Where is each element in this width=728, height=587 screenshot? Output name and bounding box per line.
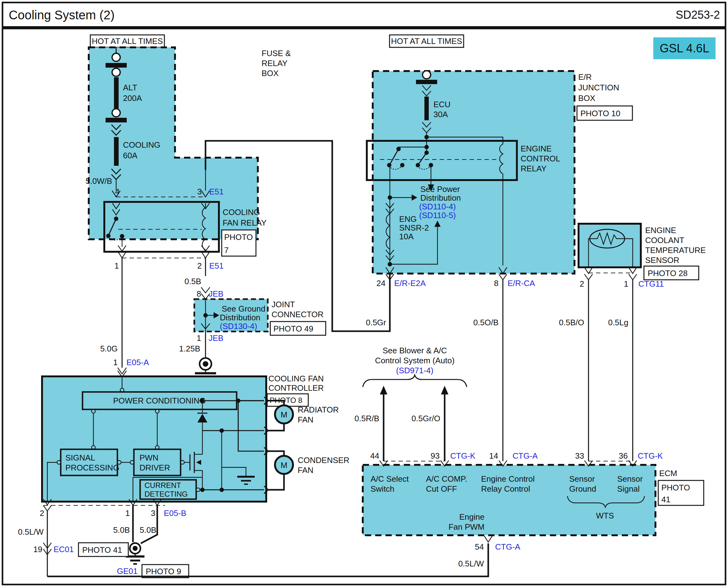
- pin-2: 2: [197, 261, 202, 271]
- engine-relay-label-1: ENGINE: [520, 144, 552, 153]
- blower-ref-1: See Blower & A/C: [383, 346, 447, 355]
- ecm-label: ECM: [659, 469, 677, 478]
- terminal-circle: [112, 68, 120, 76]
- photo10-label: PHOTO 10: [580, 109, 620, 118]
- pin-93: 93: [431, 451, 440, 461]
- alt-fuse-rating: 200A: [123, 93, 142, 103]
- pin-14: 14: [489, 451, 498, 461]
- joint-see-ground: See Ground: [222, 304, 265, 313]
- connector-er-e2a[interactable]: E/R-E2A: [394, 279, 426, 288]
- pin-1-e05b: 1: [125, 509, 130, 518]
- connector-e51-bottom[interactable]: E51: [209, 261, 223, 271]
- connector-e05b[interactable]: E05-B: [164, 509, 186, 518]
- connector-jeb-bottom[interactable]: JEB: [209, 333, 223, 343]
- sensor-outline: [579, 224, 641, 267]
- pin-19: 19: [33, 545, 42, 554]
- pin-24: 24: [377, 279, 386, 288]
- ecm-relay-control-2: Relay Control: [481, 484, 530, 494]
- er-label-1: E/R: [578, 72, 591, 81]
- pin-1-e05a: 1: [113, 358, 118, 367]
- title-divider: [2, 26, 726, 29]
- hot-at-all-times-left: HOT AT ALL TIMES: [90, 35, 164, 47]
- pin-1-jeb: 1: [197, 333, 201, 343]
- wire-5.0b-1: 5.0B: [113, 525, 130, 535]
- eng-fuse-3: 10A: [399, 232, 414, 241]
- engine-fan-pwm-2: Fan PWM: [448, 522, 485, 532]
- pin-2-ctg11: 2: [580, 279, 584, 288]
- ecm-relay-control-1: Engine Control: [481, 474, 535, 484]
- terminal-circle: [112, 109, 120, 117]
- wire-5.0b-2: 5.0B: [140, 525, 156, 535]
- fuse-relay-box-label-2: RELAY: [262, 58, 287, 68]
- condenser-fan-label-2: FAN: [298, 466, 314, 475]
- wire-0.5ob-label: 0.5O/B: [473, 318, 499, 327]
- current-label-2: DETECTING: [144, 490, 188, 498]
- hot-label: HOT AT ALL TIMES: [92, 37, 163, 46]
- photo7-number: 7: [224, 245, 228, 255]
- ecm-ac-select-1: A/C Select: [370, 474, 409, 484]
- signal-label-2: PROCESSING: [65, 463, 119, 472]
- pin-33: 33: [575, 451, 584, 461]
- wire-0.5lg-label: 0.5Lg: [608, 318, 628, 327]
- sensor-label-3: TEMPERATURE: [645, 245, 706, 255]
- photo41-label-ecm-2: 41: [661, 495, 671, 504]
- badge-label: GSL 4.6L: [659, 42, 709, 55]
- see-power-1: See Power: [420, 184, 460, 194]
- see-power-2: Distribution: [420, 193, 461, 203]
- ecm-ac-comp-1: A/C COMP.: [426, 474, 467, 484]
- pin-44: 44: [370, 451, 379, 461]
- cooling-fuse-name: COOLING: [123, 140, 160, 149]
- engine-badge: GSL 4.6L: [653, 38, 715, 59]
- connector-er-ca[interactable]: E/R-CA: [508, 279, 535, 288]
- pin-3: 3: [197, 187, 202, 196]
- eng-fuse-2: SNSR-2: [399, 223, 429, 232]
- connector-ctgk-93[interactable]: CTG-K: [450, 451, 476, 461]
- ref-sd110-4[interactable]: (SD110-4): [419, 202, 456, 211]
- connector-ec01[interactable]: EC01: [53, 545, 74, 554]
- ecu-fuse-rating: 30A: [433, 110, 448, 119]
- photo49-label: PHOTO 49: [273, 324, 313, 333]
- connector-e51-top[interactable]: E51: [209, 187, 223, 196]
- connector-ctga-14[interactable]: CTG-A: [512, 451, 538, 461]
- connector-jeb-top[interactable]: JEB: [209, 289, 223, 299]
- terminal-circle: [112, 53, 120, 62]
- wire-0.5b: 0.5B: [185, 277, 201, 286]
- wts-label: WTS: [596, 511, 614, 520]
- wire-0.5rb-label: 0.5R/B: [355, 414, 380, 423]
- alt-fuse-name: ALT: [123, 83, 137, 92]
- cooling-system-schematic: Cooling System (2) SD253-2 GSL 4.6L HOT …: [0, 0, 728, 587]
- ecm-sensor-ground-2: Ground: [569, 484, 596, 494]
- photo41-label-ec01: PHOTO 41: [82, 545, 122, 555]
- fuse-relay-box-label-3: BOX: [262, 69, 279, 78]
- power-conditioning-label: POWER CONDITIONING: [113, 396, 206, 405]
- connector-ctga-54[interactable]: CTG-A: [495, 542, 520, 551]
- pin-8-erca: 8: [494, 279, 499, 288]
- joint-distribution: Distribution: [220, 313, 260, 322]
- radiator-fan-label-1: RADIATOR: [298, 405, 339, 415]
- connector-e05a[interactable]: E05-A: [126, 358, 149, 367]
- radiator-fan-label-2: FAN: [298, 415, 314, 424]
- wire-0.5lw-right: 0.5L/W: [458, 559, 484, 568]
- connector-ctgk-36[interactable]: CTG-K: [638, 451, 663, 461]
- joint-ref-sd130-4[interactable]: (SD130-4): [220, 322, 257, 331]
- engine-fan-pwm-1: Engine: [459, 512, 485, 521]
- ground-ge01-label[interactable]: GE01: [117, 566, 138, 576]
- pwn-label-1: PWN: [140, 453, 159, 462]
- pin-1-ctg11: 1: [624, 279, 628, 288]
- controller-label-2: CONTROLLER: [268, 383, 324, 393]
- photo41-label-ecm-1: PHOTO: [661, 483, 690, 492]
- wire-0.5lw-left: 0.5L/W: [18, 527, 44, 537]
- relay-label-2: FAN RELAY: [223, 218, 267, 228]
- controller-label-1: COOLING FAN: [268, 374, 324, 383]
- pin-1: 1: [115, 261, 119, 271]
- er-label-3: BOX: [578, 93, 596, 103]
- pin-2-e05b: 2: [40, 509, 44, 518]
- current-label-1: CURRENT: [144, 481, 181, 490]
- photo28-label: PHOTO 28: [648, 268, 687, 278]
- relay-label-1: COOLING: [223, 208, 260, 217]
- motor-symbol-condenser: M: [281, 461, 287, 470]
- sensor-label-1: ENGINE: [645, 226, 676, 235]
- connector-ctg11[interactable]: CTG11: [638, 279, 664, 288]
- ref-sd110-5[interactable]: (SD110-5): [419, 211, 456, 220]
- condenser-fan-label-1: CONDENSER: [298, 455, 349, 465]
